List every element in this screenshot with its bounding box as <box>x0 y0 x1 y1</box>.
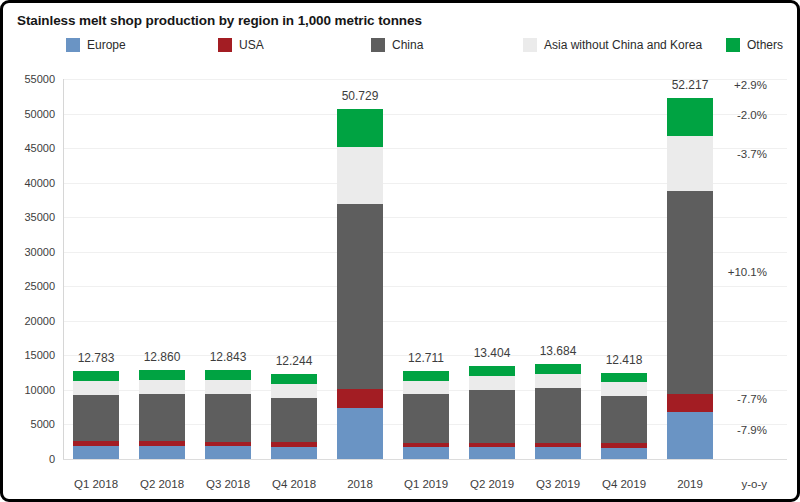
y-tick-label-40000: 40000 <box>3 177 55 189</box>
segment-others-2018 <box>337 109 383 148</box>
yoy-axis-label: y-o-y <box>697 478 767 490</box>
segment-usa-q2-2019 <box>469 443 515 448</box>
segment-europe-2018 <box>337 408 383 459</box>
plot-area: 12.78312.86012.84312.24450.72912.71113.4… <box>63 79 723 459</box>
bar-q3-2019 <box>535 364 581 459</box>
segment-europe-q4-2018 <box>271 447 317 459</box>
y-tick-label-15000: 15000 <box>3 349 55 361</box>
segment-asia-without-china-and-korea-q4-2019 <box>601 382 647 395</box>
legend-item-china: China <box>371 37 423 53</box>
bar-q2-2019 <box>469 366 515 459</box>
y-tick-label-25000: 25000 <box>3 280 55 292</box>
segment-china-q2-2018 <box>139 394 185 441</box>
yoy-label-others: -2.0% <box>697 109 767 121</box>
segment-usa-q4-2019 <box>601 443 647 447</box>
segment-usa-q3-2019 <box>535 443 581 448</box>
segment-others-q2-2018 <box>139 370 185 380</box>
yoy-label-europe: -7.9% <box>697 424 767 436</box>
yoy-label-asia-without-china-and-korea: -3.7% <box>697 148 767 160</box>
bar-q2-2018 <box>139 370 185 459</box>
legend-label-europe: Europe <box>87 38 126 52</box>
yoy-column: +2.9%-2.0%-3.7%+10.1%-7.7%-7.9% <box>697 3 767 502</box>
segment-usa-q1-2019 <box>403 443 449 447</box>
segment-china-q3-2019 <box>535 388 581 443</box>
bar-q3-2018 <box>205 370 251 459</box>
segment-usa-2018 <box>337 389 383 408</box>
y-tick-label-30000: 30000 <box>3 246 55 258</box>
total-label-q4-2019: 12.418 <box>579 353 669 367</box>
yoy-label-total: +2.9% <box>697 79 767 91</box>
yoy-label-china: +10.1% <box>697 266 767 278</box>
segment-others-q3-2018 <box>205 370 251 380</box>
x-axis-labels: Q1 2018Q2 2018Q3 2018Q4 20182018Q1 2019Q… <box>63 478 723 494</box>
yoy-label-usa: -7.7% <box>697 393 767 405</box>
segment-usa-q4-2018 <box>271 442 317 447</box>
segment-europe-q3-2018 <box>205 446 251 459</box>
segment-europe-q4-2019 <box>601 448 647 459</box>
y-tick-label-55000: 55000 <box>3 73 55 85</box>
total-label-2018: 50.729 <box>315 89 405 103</box>
segment-others-q4-2018 <box>271 374 317 383</box>
segment-europe-q2-2019 <box>469 447 515 459</box>
chart-title: Stainless melt shop production by region… <box>17 13 422 28</box>
y-axis-labels: 0500010000150002000025000300003500040000… <box>3 79 55 459</box>
legend: EuropeUSAChinaAsia without China and Kor… <box>3 37 800 55</box>
segment-china-q4-2019 <box>601 396 647 444</box>
segment-asia-without-china-and-korea-2018 <box>337 147 383 204</box>
y-tick-label-10000: 10000 <box>3 384 55 396</box>
segment-asia-without-china-and-korea-q2-2018 <box>139 380 185 394</box>
chart-frame: Stainless melt shop production by region… <box>0 0 800 502</box>
legend-item-europe: Europe <box>66 37 126 53</box>
segment-others-q2-2019 <box>469 366 515 376</box>
segment-china-2018 <box>337 204 383 389</box>
segment-asia-without-china-and-korea-q2-2019 <box>469 376 515 390</box>
segment-asia-without-china-and-korea-q3-2018 <box>205 380 251 394</box>
segment-china-q1-2018 <box>73 395 119 441</box>
y-tick-label-0: 0 <box>3 453 55 465</box>
segment-europe-q1-2018 <box>73 446 119 459</box>
bar-2018 <box>337 109 383 459</box>
y-tick-label-20000: 20000 <box>3 315 55 327</box>
legend-label-china: China <box>392 38 423 52</box>
total-label-q4-2018: 12.244 <box>249 354 339 368</box>
y-tick-label-35000: 35000 <box>3 211 55 223</box>
segment-usa-q3-2018 <box>205 442 251 447</box>
segment-asia-without-china-and-korea-q1-2019 <box>403 381 449 395</box>
bar-q4-2019 <box>601 373 647 459</box>
legend-swatch-europe <box>66 38 80 52</box>
gridline-0 <box>63 459 787 460</box>
segment-china-q2-2019 <box>469 390 515 443</box>
bar-q4-2018 <box>271 374 317 459</box>
segment-europe-q3-2019 <box>535 447 581 459</box>
legend-swatch-china <box>371 38 385 52</box>
legend-swatch-asia-without-china-and-korea <box>523 38 537 52</box>
segment-china-q1-2019 <box>403 394 449 442</box>
segment-asia-without-china-and-korea-q1-2018 <box>73 381 119 395</box>
bar-q1-2019 <box>403 371 449 459</box>
segment-china-q3-2018 <box>205 394 251 441</box>
y-tick-label-50000: 50000 <box>3 108 55 120</box>
legend-item-usa: USA <box>218 37 264 53</box>
segment-asia-without-china-and-korea-q4-2018 <box>271 384 317 398</box>
segment-europe-q2-2018 <box>139 446 185 459</box>
segment-others-q3-2019 <box>535 364 581 374</box>
segment-usa-q1-2018 <box>73 441 119 446</box>
segment-others-q1-2018 <box>73 371 119 381</box>
bar-q1-2018 <box>73 371 119 459</box>
legend-label-usa: USA <box>239 38 264 52</box>
legend-swatch-usa <box>218 38 232 52</box>
legend-label-asia-without-china-and-korea: Asia without China and Korea <box>544 38 702 52</box>
segment-others-q1-2019 <box>403 371 449 381</box>
legend-item-asia-without-china-and-korea: Asia without China and Korea <box>523 37 702 53</box>
y-tick-label-5000: 5000 <box>3 418 55 430</box>
segment-china-q4-2018 <box>271 398 317 442</box>
segment-asia-without-china-and-korea-q3-2019 <box>535 374 581 388</box>
segment-usa-q2-2018 <box>139 441 185 446</box>
segment-others-q4-2019 <box>601 373 647 382</box>
y-tick-label-45000: 45000 <box>3 142 55 154</box>
segment-europe-q1-2019 <box>403 447 449 459</box>
